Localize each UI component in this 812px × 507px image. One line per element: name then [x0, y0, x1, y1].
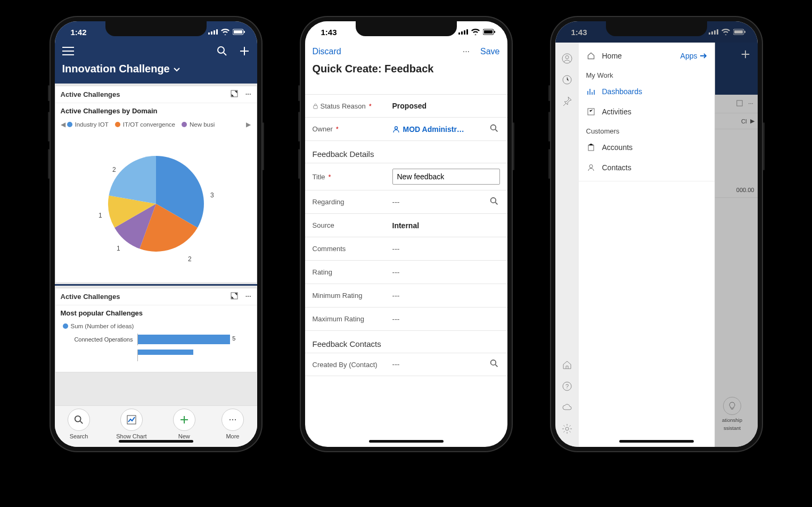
field-min-rating[interactable]: Minimum Rating --- — [305, 284, 507, 307]
apps-link[interactable]: Apps — [680, 52, 707, 60]
card-subtitle: Most popular Challenges — [55, 305, 257, 321]
field-status-reason[interactable]: Status Reason* Proposed — [305, 94, 507, 118]
svg-text:1: 1 — [99, 212, 102, 219]
svg-text:2: 2 — [188, 255, 192, 263]
rail-settings-icon[interactable] — [555, 418, 579, 439]
field-rating[interactable]: Rating --- — [305, 261, 507, 284]
drawer-section-mywork: My Work — [579, 66, 715, 81]
legend-item[interactable]: New busi — [182, 121, 215, 128]
more-icon[interactable]: ··· — [463, 47, 470, 56]
svg-rect-22 — [734, 30, 743, 34]
svg-text:3: 3 — [210, 192, 214, 199]
title-input[interactable] — [392, 169, 500, 185]
legend-item: Sum (Number of ideas) — [63, 323, 134, 329]
svg-point-33 — [589, 165, 593, 168]
card-title: Active Challenges — [61, 90, 120, 98]
svg-rect-2 — [244, 31, 245, 33]
wifi-icon — [221, 29, 229, 35]
svg-rect-15 — [494, 31, 495, 33]
svg-point-19 — [490, 197, 496, 203]
drawer-home-row[interactable]: Home Apps — [579, 46, 715, 66]
field-max-rating[interactable]: Maximum Rating --- — [305, 307, 507, 331]
page-title: Innovation Challenge — [62, 63, 170, 75]
chevron-down-icon — [173, 63, 181, 75]
lookup-search-icon[interactable] — [488, 359, 500, 370]
tab-show-chart[interactable]: Show Chart — [116, 409, 146, 439]
legend-left-arrow[interactable]: ◀ — [60, 121, 67, 128]
battery-icon — [233, 29, 245, 35]
rail-cloud-icon[interactable] — [555, 397, 579, 418]
svg-point-30 — [565, 427, 569, 430]
card-title: Active Challenges — [61, 293, 120, 301]
card-popular-challenges-bar: Active Challenges ··· Most popular Chall… — [55, 288, 257, 372]
drawer-item-accounts[interactable]: Accounts — [579, 137, 715, 157]
field-source[interactable]: Source Internal — [305, 214, 507, 237]
svg-text:1: 1 — [117, 245, 120, 252]
section-feedback-contacts: Feedback Contacts — [305, 331, 507, 353]
wifi-icon — [471, 29, 480, 35]
svg-point-17 — [395, 127, 397, 129]
pie-legend: ◀ Industry IOT IT/OT convergence New bus… — [55, 119, 257, 130]
app-header: Innovation Challenge — [55, 43, 257, 84]
field-created-by[interactable]: Created By (Contact) --- — [305, 353, 507, 376]
battery-icon — [483, 29, 496, 35]
save-button[interactable]: Save — [480, 47, 499, 56]
activities-icon — [586, 107, 596, 117]
card-subtitle: Active Challenges by Domain — [55, 103, 257, 119]
more-icon[interactable]: ··· — [245, 90, 251, 99]
status-time: 1:43 — [571, 28, 587, 37]
nav-drawer: ? Home Apps My Work — [555, 43, 715, 447]
rail-home-icon[interactable] — [555, 354, 579, 376]
hamburger-icon[interactable] — [62, 46, 74, 58]
field-comments[interactable]: Comments --- — [305, 237, 507, 261]
legend-item[interactable]: IT/OT convergence — [115, 121, 175, 128]
field-regarding[interactable]: Regarding --- — [305, 190, 507, 214]
tab-more[interactable]: ··· More — [222, 409, 244, 439]
plus-icon[interactable] — [239, 46, 250, 59]
drawer-item-dashboards[interactable]: Dashboards — [579, 81, 715, 102]
svg-rect-32 — [588, 145, 594, 151]
more-icon[interactable]: ··· — [245, 292, 251, 301]
drawer-item-activities[interactable]: Activities — [579, 102, 715, 122]
expand-icon[interactable] — [231, 90, 238, 99]
drawer-item-contacts[interactable]: Contacts — [579, 157, 715, 178]
lookup-search-icon[interactable] — [488, 124, 500, 135]
phone-1: 1:42 Innovation Challenge — [50, 16, 263, 452]
svg-text:2: 2 — [112, 166, 116, 173]
person-icon — [392, 126, 400, 133]
rail-profile-icon[interactable] — [555, 48, 579, 69]
home-icon — [586, 51, 596, 61]
signal-icon — [208, 29, 218, 35]
discard-button[interactable]: Discard — [313, 47, 341, 56]
legend-right-arrow[interactable]: ▶ — [245, 121, 252, 128]
accounts-icon — [586, 143, 596, 152]
tab-new[interactable]: New — [173, 409, 195, 439]
rail-pin-icon[interactable] — [555, 90, 579, 112]
legend-item[interactable]: Industry IOT — [67, 121, 109, 128]
bar-chart: Connected Operations 5 — [55, 331, 257, 372]
field-owner[interactable]: Owner* MOD Administr… — [305, 118, 507, 141]
nav-rail: ? — [555, 43, 579, 447]
expand-icon[interactable] — [231, 292, 238, 301]
lock-icon — [313, 103, 318, 109]
phone-2: 1:43 Discard ··· Save Quick Create: Feed… — [300, 16, 513, 452]
tab-search[interactable]: Search — [68, 409, 90, 439]
page-title-dropdown[interactable]: Innovation Challenge — [55, 60, 257, 84]
svg-rect-1 — [234, 30, 242, 34]
lookup-search-icon[interactable] — [488, 197, 500, 207]
status-time: 1:43 — [321, 28, 337, 37]
svg-rect-16 — [313, 105, 317, 109]
svg-point-20 — [490, 360, 496, 365]
rail-recent-icon[interactable] — [555, 69, 579, 90]
svg-text:?: ? — [565, 383, 568, 389]
svg-rect-14 — [484, 30, 493, 34]
search-icon[interactable] — [217, 46, 227, 59]
rail-help-icon[interactable]: ? — [555, 376, 579, 397]
signal-icon — [458, 29, 468, 35]
field-title[interactable]: Title* — [305, 163, 507, 190]
svg-point-26 — [565, 56, 569, 59]
dashboards-icon — [586, 87, 596, 96]
pie-chart: 3 2 1 1 2 — [81, 140, 231, 268]
svg-point-18 — [490, 124, 496, 130]
arrow-right-icon — [700, 53, 707, 59]
